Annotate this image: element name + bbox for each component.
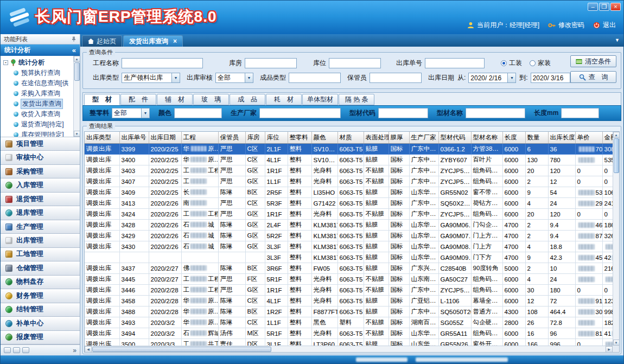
table-row[interactable]: 调拨出库34932020/3/2华原…陈琳C区1L1F整料黑色塑料不贴膜国标湖南… bbox=[85, 317, 620, 328]
tree-item[interactable]: 退货查询[待定] bbox=[3, 119, 72, 130]
column-header[interactable]: 出库单号 bbox=[119, 132, 149, 144]
sidebar-section[interactable]: 财务管理 bbox=[1, 289, 80, 303]
scroll-thumb[interactable] bbox=[74, 62, 80, 81]
material-tab[interactable]: 玻 璃 bbox=[193, 94, 229, 105]
radio-jiazhuang[interactable]: 家装 bbox=[530, 59, 551, 68]
material-tab[interactable]: 成 品 bbox=[230, 94, 265, 105]
table-row[interactable]: 调拨出库33992020/2/25华原…严思C区2L1F整料SV10…6063-… bbox=[85, 144, 620, 155]
column-header[interactable]: 工程 bbox=[181, 132, 218, 144]
column-header[interactable]: 材质 bbox=[338, 132, 364, 144]
chevron-down-icon[interactable]: ▼ bbox=[171, 73, 180, 82]
column-header[interactable]: 出库类型 bbox=[85, 132, 119, 144]
column-header[interactable]: 表面处理 bbox=[364, 132, 389, 144]
table-row[interactable]: 调拨出库34942020/3/2石辉城汤伟M区5R1F整料光身料6063-T5不… bbox=[85, 328, 620, 339]
table-row[interactable]: 调拨出库34032020/2/25工工程严思G区1R1F整料光身料6063-T5… bbox=[85, 165, 620, 176]
sidebar-section[interactable]: 出库管理 bbox=[1, 234, 80, 247]
scroll-down-icon[interactable]: ▼ bbox=[74, 131, 80, 137]
tab-shipment-outbound-query[interactable]: 发货出库查询 × bbox=[123, 35, 183, 47]
column-header[interactable]: 型材名称 bbox=[471, 132, 502, 144]
material-tab[interactable]: 辅 材 bbox=[157, 94, 193, 105]
footer-panel-icon[interactable] bbox=[4, 347, 11, 353]
search-button[interactable]: 查 询 bbox=[570, 71, 616, 83]
chevron-down-icon[interactable]: ▼ bbox=[141, 108, 149, 118]
column-header[interactable]: 出库长度 bbox=[548, 132, 575, 144]
material-tab[interactable]: 型 材 bbox=[84, 94, 120, 105]
tree-item[interactable]: 收货入库查询 bbox=[3, 109, 72, 119]
pin-icon[interactable] bbox=[71, 36, 77, 42]
sidebar-section[interactable]: 工地管理 bbox=[1, 248, 80, 261]
column-header[interactable]: 库房 bbox=[245, 132, 265, 144]
footer-more-icon[interactable]: » bbox=[73, 347, 77, 354]
sidebar-section[interactable]: 生产管理 bbox=[1, 220, 80, 234]
sidebar-section[interactable]: 退库管理 bbox=[1, 206, 80, 220]
table-row[interactable]: 调拨出库34302020/2/26石城陈琳G区3L3F整料KLM38176063… bbox=[85, 241, 620, 252]
scroll-thumb[interactable] bbox=[92, 347, 271, 352]
table-row[interactable]: 调拨出库34452020/2/27工工程严思F区5R1F整料光身料6063-T5… bbox=[85, 274, 620, 285]
project-name-input[interactable] bbox=[122, 58, 203, 68]
radio-gongzhuang[interactable]: 工装 bbox=[501, 59, 522, 68]
sidebar-section[interactable]: 项目管理 bbox=[1, 137, 80, 151]
table-row[interactable]: 调拨出库34132020/2/26南严思C区5R3F整料G714226063-T… bbox=[85, 198, 620, 209]
sidebar-group-header[interactable]: 统计分析 « bbox=[1, 44, 80, 56]
sidebar-section[interactable]: 入库管理 bbox=[1, 178, 80, 192]
order-no-input[interactable] bbox=[425, 58, 485, 68]
table-row[interactable]: 调拨出库34292020/2/26石城陈琳G区5R2F整料KLM38176063… bbox=[85, 231, 620, 241]
tree-item[interactable]: 预算执行查询 bbox=[3, 68, 72, 78]
minimize-button[interactable]: – bbox=[588, 3, 598, 11]
column-header[interactable]: 库位 bbox=[265, 132, 288, 144]
sidebar-section[interactable]: 报废管理 bbox=[1, 331, 80, 344]
column-header[interactable]: 型材代码 bbox=[438, 132, 471, 144]
scroll-up-icon[interactable]: ▲ bbox=[613, 132, 620, 138]
column-header[interactable]: 膜厚 bbox=[389, 132, 409, 144]
table-row[interactable]: 调拨出库34242020/2/26工工程严思G区1R1F整料光身料6063-T5… bbox=[85, 209, 620, 220]
logout-button[interactable]: 退出 bbox=[593, 21, 616, 30]
date-from-picker[interactable]: 2020/ 2/16 ▼ bbox=[468, 73, 516, 83]
column-header[interactable]: 生产厂家 bbox=[409, 132, 438, 144]
column-header[interactable]: 整零料 bbox=[288, 132, 311, 144]
profile-name-input[interactable] bbox=[466, 108, 525, 118]
tree-root[interactable]: - 统计分析 bbox=[3, 58, 72, 68]
table-row[interactable]: 调拨出库34072020/2/25工严思G区1L1F整料光身料6063-T5不贴… bbox=[85, 176, 620, 187]
tree-item[interactable]: 发货出库查询 bbox=[3, 99, 72, 109]
scroll-left-icon[interactable]: ◀ bbox=[85, 346, 92, 353]
sidebar-section[interactable]: 退货管理 bbox=[1, 193, 80, 206]
column-header[interactable]: 数量 bbox=[525, 132, 548, 144]
out-type-select[interactable]: 生产领料出库 ▼ bbox=[122, 73, 180, 83]
table-row[interactable]: 调拨出库34462020/2/28工工程严思G区1R1F整料光身料6063-T5… bbox=[85, 285, 620, 296]
tree-item[interactable]: 库存管理[待定] bbox=[3, 130, 72, 137]
table-row[interactable]: 调拨出库34582020/2/28华原…陈琳C区4L1F整料光身料6063-T5… bbox=[85, 296, 620, 306]
sidebar-section[interactable]: 采购管理 bbox=[1, 165, 80, 178]
sidebar-section[interactable]: 结转管理 bbox=[1, 303, 80, 317]
profile-code-input[interactable] bbox=[378, 108, 428, 118]
change-password-button[interactable]: 修改密码 bbox=[548, 21, 584, 30]
scroll-up-icon[interactable]: ▲ bbox=[74, 56, 80, 62]
product-type-input[interactable] bbox=[289, 73, 341, 83]
chevron-down-icon[interactable]: ▼ bbox=[507, 73, 515, 82]
column-header[interactable]: 长度 bbox=[502, 132, 525, 144]
location-input[interactable] bbox=[329, 58, 381, 68]
sidebar-section[interactable]: 审核中心 bbox=[1, 151, 80, 164]
audit-select[interactable]: 全部 ▼ bbox=[215, 73, 253, 83]
scroll-thumb[interactable] bbox=[614, 138, 619, 173]
tab-overflow-caret-icon[interactable]: ▼ bbox=[615, 37, 620, 43]
sidebar-section[interactable]: 物料盘存 bbox=[1, 276, 80, 289]
column-header[interactable]: 颜色 bbox=[311, 132, 338, 144]
tree-item[interactable]: 在途信息查询[供 bbox=[3, 78, 72, 88]
chevron-down-icon[interactable]: ▼ bbox=[245, 73, 253, 82]
material-tab[interactable]: 隔 热 条 bbox=[339, 94, 374, 105]
column-header[interactable]: 出库日期 bbox=[149, 132, 181, 144]
table-row[interactable]: 3L3F整料KLM38176063-T5贴膜国标山东华…GA90M09…门下方4… bbox=[85, 252, 620, 263]
tab-start-page[interactable]: 起始页 bbox=[82, 35, 122, 47]
tab-close-icon[interactable]: × bbox=[173, 39, 177, 44]
table-row[interactable]: 调拨出库34002020/2/25华原…严思C区4L1F整料SV10…6063-… bbox=[85, 155, 620, 165]
footer-computer-icon[interactable] bbox=[13, 347, 20, 353]
sidebar-section[interactable]: 仓储管理 bbox=[1, 261, 80, 275]
collapse-chevrons-icon[interactable]: « bbox=[72, 47, 76, 54]
table-row[interactable]: 调拨出库34282020/2/26石城陈琳G区2L4F整料KLM38176063… bbox=[85, 220, 620, 231]
material-tab[interactable]: 配 件 bbox=[120, 94, 156, 105]
tree-item[interactable]: 采购入库查询 bbox=[3, 88, 72, 99]
table-row[interactable]: 调拨出库34882020/2/28华原…陈琳B区1R2F整料F8877FT606… bbox=[85, 306, 620, 317]
footer-list-icon[interactable] bbox=[22, 347, 29, 353]
clear-conditions-button[interactable]: 清空条件 bbox=[570, 55, 616, 67]
warehouse-input[interactable] bbox=[245, 58, 297, 68]
